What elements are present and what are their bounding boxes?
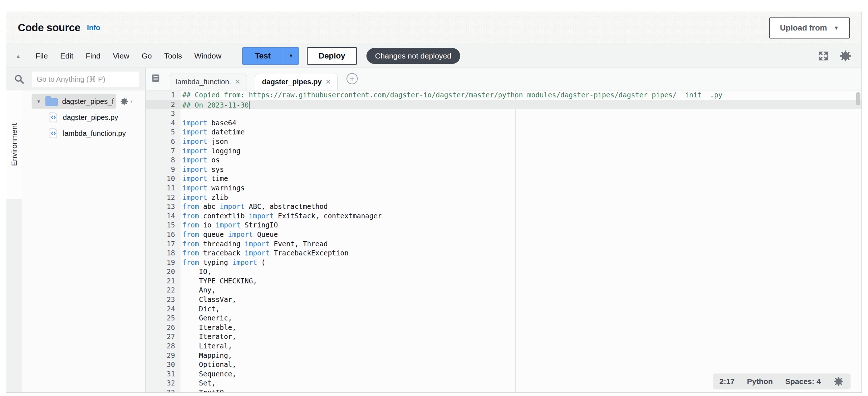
code-text[interactable]: TYPE_CHECKING, (181, 276, 257, 286)
folder-disclosure-icon[interactable]: ▼ (36, 99, 41, 104)
code-text[interactable]: from queue import Queue (181, 230, 278, 239)
line-number[interactable]: 27 (146, 332, 181, 342)
code-text[interactable]: from abc import ABC, abstractmethod (181, 202, 328, 211)
code-text[interactable]: Iterable, (181, 323, 236, 332)
code-text[interactable] (181, 109, 182, 118)
search-icon[interactable] (6, 74, 32, 85)
code-text[interactable]: from contextlib import ExitStack, contex… (181, 211, 382, 221)
code-text[interactable]: IO, (181, 267, 211, 276)
menu-tools[interactable]: Tools (158, 52, 188, 60)
tree-item-lambda-function-py[interactable]: lambda_function.py (22, 125, 145, 141)
line-number[interactable]: 33 (146, 388, 181, 392)
editor-settings-gear-icon[interactable] (833, 376, 844, 387)
line-number[interactable]: 16 (146, 230, 181, 239)
code-text[interactable]: import logging (181, 146, 240, 156)
environment-tab[interactable]: Environment (6, 90, 22, 199)
code-text[interactable]: import os (181, 155, 220, 165)
code-text[interactable]: Any, (181, 286, 216, 295)
line-number[interactable]: 11 (146, 183, 181, 193)
code-text[interactable]: Set, (181, 379, 216, 388)
spaces-setting[interactable]: Spaces: 4 (785, 377, 821, 386)
line-number[interactable]: 5 (146, 128, 181, 137)
code-text[interactable]: import base64 (181, 118, 236, 128)
line-number[interactable]: 25 (146, 314, 181, 323)
line-number[interactable]: 19 (146, 258, 181, 267)
deploy-button[interactable]: Deploy (307, 47, 357, 65)
test-dropdown-arrow[interactable]: ▼ (283, 47, 299, 65)
menu-go[interactable]: Go (135, 52, 158, 60)
code-text[interactable]: from traceback import TracebackException (181, 248, 349, 258)
tab-dagster-pipes-py[interactable]: dagster_pipes.py× (255, 73, 338, 90)
code-text[interactable]: Optional, (181, 360, 236, 369)
code-text[interactable]: from typing import ( (181, 258, 265, 267)
goto-anything-input[interactable] (32, 72, 139, 87)
code-text[interactable]: import time (181, 174, 228, 183)
code-text[interactable]: ClassVar, (181, 295, 236, 304)
line-number[interactable]: 30 (146, 360, 181, 369)
language-mode[interactable]: Python (747, 377, 773, 386)
line-number[interactable]: 1 (146, 90, 181, 100)
menu-view[interactable]: View (107, 52, 135, 60)
line-number[interactable]: 10 (146, 174, 181, 183)
line-number[interactable]: 20 (146, 267, 181, 276)
code-text[interactable]: Generic, (181, 314, 232, 323)
code-text[interactable]: from io import StringIO (181, 221, 278, 230)
vertical-scrollbar-thumb[interactable] (856, 92, 860, 105)
line-number[interactable]: 8 (146, 155, 181, 165)
line-number[interactable]: 6 (146, 137, 181, 146)
line-number[interactable]: 7 (146, 146, 181, 156)
upload-from-button[interactable]: Upload from ▼ (769, 17, 850, 39)
close-tab-icon[interactable]: × (235, 77, 240, 87)
new-tab-button[interactable]: + (346, 73, 358, 84)
line-number[interactable]: 28 (146, 342, 181, 351)
code-editor[interactable]: 1## Copied from: https://raw.githubuserc… (146, 90, 861, 392)
line-number[interactable]: 3 (146, 109, 181, 118)
cursor-position[interactable]: 2:17 (719, 377, 735, 386)
tree-item-dagster-pipes-py[interactable]: dagster_pipes.py (22, 109, 145, 125)
code-text[interactable]: Mapping, (181, 351, 232, 360)
line-number[interactable]: 21 (146, 276, 181, 286)
code-text[interactable]: import zlib (181, 193, 228, 202)
line-number[interactable]: 22 (146, 286, 181, 295)
line-number[interactable]: 23 (146, 295, 181, 304)
menu-window[interactable]: Window (188, 52, 228, 60)
line-number[interactable]: 24 (146, 304, 181, 314)
code-text[interactable]: TextIO, (181, 388, 228, 392)
line-number[interactable]: 17 (146, 239, 181, 249)
fullscreen-icon[interactable] (818, 50, 829, 61)
code-text[interactable]: Literal, (181, 342, 232, 351)
line-number[interactable]: 2 (146, 100, 181, 109)
info-link[interactable]: Info (87, 24, 100, 32)
gear-icon[interactable] (839, 49, 852, 62)
line-number[interactable]: 31 (146, 369, 181, 379)
line-number[interactable]: 4 (146, 118, 181, 128)
line-number[interactable]: 15 (146, 221, 181, 230)
code-text[interactable]: Dict, (181, 304, 220, 314)
code-text[interactable]: Sequence, (181, 369, 236, 379)
line-number[interactable]: 9 (146, 165, 181, 174)
menu-find[interactable]: Find (80, 52, 107, 60)
line-number[interactable]: 14 (146, 211, 181, 221)
code-text[interactable]: Iterator, (181, 332, 236, 342)
code-text[interactable]: import datetime (181, 128, 245, 137)
line-number[interactable]: 26 (146, 323, 181, 332)
line-number[interactable]: 18 (146, 248, 181, 258)
close-tab-icon[interactable]: × (326, 77, 331, 87)
collapse-editor-icon[interactable]: ▲ (16, 53, 21, 59)
tree-item-folder[interactable]: ▼ dagster_pipes_funct (32, 94, 116, 109)
code-text[interactable]: import json (181, 137, 228, 146)
line-number[interactable]: 29 (146, 351, 181, 360)
code-text[interactable]: import sys (181, 165, 224, 174)
code-text[interactable]: ## On 2023-11-30 (181, 100, 250, 109)
code-text[interactable]: ## Copied from: https://raw.githubuserco… (181, 90, 722, 100)
menu-file[interactable]: File (29, 52, 54, 60)
test-button[interactable]: Test (242, 47, 283, 65)
line-number[interactable]: 13 (146, 202, 181, 211)
tab-list-icon[interactable] (151, 73, 161, 85)
code-text[interactable]: from threading import Event, Thread (181, 239, 328, 249)
line-number[interactable]: 32 (146, 379, 181, 388)
tree-settings-button[interactable]: ▾ (120, 97, 133, 106)
line-number[interactable]: 12 (146, 193, 181, 202)
tab-lambda-function[interactable]: lambda_function.× (169, 73, 247, 90)
code-text[interactable]: import warnings (181, 183, 245, 193)
